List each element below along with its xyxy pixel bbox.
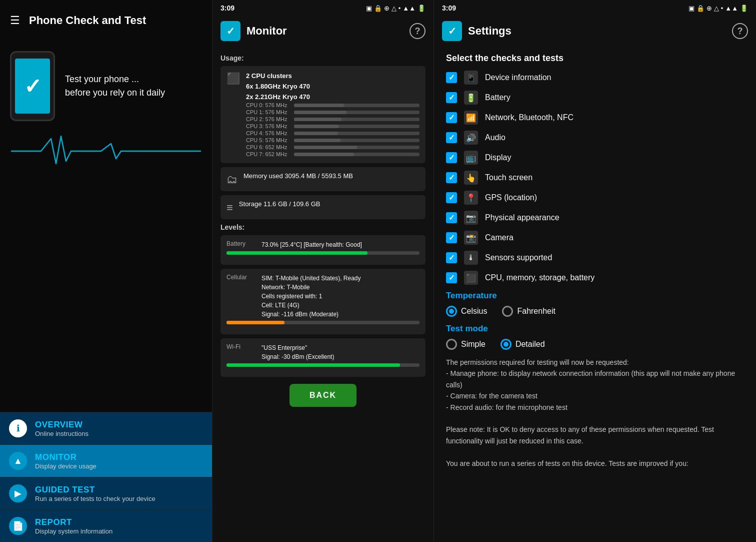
play-icon: ▶: [14, 488, 22, 499]
settings-title: Settings: [468, 25, 512, 38]
celsius-radio[interactable]: [446, 306, 457, 317]
settings-content: Select the checks and tests ✓📱Device inf…: [434, 48, 756, 542]
sim-icon: ▣: [366, 5, 372, 12]
cpu-mem-label: CPU, memory, storage, battery: [485, 273, 594, 282]
cpu-core-bar-bg: [294, 139, 420, 142]
checkmark-icon: ✓: [24, 74, 42, 99]
temperature-radio-group: Celsius Fahrenheit: [446, 306, 744, 317]
cpu-core-row: CPU 2: 576 MHz: [246, 116, 420, 122]
check-item-touch[interactable]: ✓👆Touch screen: [446, 171, 744, 185]
info-icon: ℹ: [16, 423, 20, 434]
nav-item-guided[interactable]: ▶ GUIDED TEST Run a series of tests to c…: [0, 477, 212, 509]
cpu-core-bar: [294, 146, 357, 149]
check-item-cpu-mem[interactable]: ✓⬛CPU, memory, storage, battery: [446, 271, 744, 285]
nav-item-monitor[interactable]: ▲ MONITOR Display device usage: [0, 444, 212, 477]
cpu-line2: 2x 2.21GHz Kryo 470: [246, 92, 420, 103]
fahrenheit-option[interactable]: Fahrenheit: [502, 306, 556, 317]
fahrenheit-label: Fahrenheit: [517, 307, 556, 316]
cellular-val: SIM: T-Mobile (United States), ReadyNetw…: [262, 274, 361, 319]
checkbox-check-sensors: ✓: [448, 253, 455, 262]
checkbox-battery[interactable]: ✓: [446, 92, 457, 103]
check-item-physical[interactable]: ✓📷Physical appearance: [446, 211, 744, 225]
wifi-status-icon-r: ⊕: [706, 5, 712, 12]
gps-label: GPS (location): [485, 193, 537, 202]
report-icon: 📄: [12, 520, 24, 531]
hero-section: ✓ Test your phone ... before you rely on…: [0, 41, 212, 131]
nav-text-report: REPORT Display system information: [35, 517, 112, 535]
simple-radio[interactable]: [446, 339, 457, 350]
dot-icon: •: [398, 5, 401, 12]
cpu-core-bar: [294, 118, 342, 121]
network-label: Network, Bluetooth, NFC: [485, 113, 574, 122]
checkbox-check-battery: ✓: [448, 93, 455, 102]
cpu-core-bar-bg: [294, 153, 420, 156]
memory-text: Memory used 3095.4 MB / 5593.5 MB: [244, 172, 420, 183]
check-item-camera[interactable]: ✓📸Camera: [446, 231, 744, 245]
checkbox-display[interactable]: ✓: [446, 152, 457, 163]
cpu-core-bar: [294, 125, 339, 128]
fahrenheit-radio[interactable]: [502, 306, 513, 317]
nav-item-overview[interactable]: ℹ OVERVIEW Online instructions: [0, 412, 212, 444]
checkbox-physical[interactable]: ✓: [446, 212, 457, 223]
sim-icon-r: ▣: [688, 5, 694, 12]
cpu-core-row: CPU 4: 576 MHz: [246, 130, 420, 136]
storage-icon: ≡: [226, 201, 233, 214]
checkbox-device-info[interactable]: ✓: [446, 72, 457, 83]
cpu-block: ⬛ 2 CPU clusters 6x 1.80GHz Kryo 470 2x …: [220, 66, 426, 163]
pin-icon-r: 🔒: [696, 5, 704, 12]
settings-help-button[interactable]: ?: [732, 23, 748, 39]
monitor-title: Monitor: [246, 25, 287, 38]
checkbox-check-camera: ✓: [448, 233, 455, 242]
device-info-label: Device information: [485, 73, 552, 82]
wifi-val: "USS Enterprise"Signal: -30 dBm (Excelle…: [262, 343, 334, 361]
detailed-radio[interactable]: [500, 339, 512, 350]
checkbox-camera[interactable]: ✓: [446, 232, 457, 243]
audio-icon: 🔊: [464, 131, 478, 145]
check-item-battery[interactable]: ✓🔋Battery: [446, 91, 744, 105]
detailed-radio-inner: [504, 342, 508, 347]
cpu-core-row: CPU 5: 576 MHz: [246, 137, 420, 143]
nav-bottom: ℹ OVERVIEW Online instructions ▲ MONITOR…: [0, 412, 212, 542]
check-item-gps[interactable]: ✓📍GPS (location): [446, 191, 744, 205]
cellular-key: Cellular: [226, 274, 256, 319]
battery-level-header: Battery 73.0% [25.4°C] [Battery health: …: [226, 240, 420, 249]
checkbox-cpu-mem[interactable]: ✓: [446, 272, 457, 283]
checkbox-sensors[interactable]: ✓: [446, 252, 457, 263]
monitor-help-button[interactable]: ?: [410, 23, 426, 39]
hamburger-icon[interactable]: ☰: [10, 14, 20, 27]
wifi-bar-bg: [226, 363, 420, 367]
checkbox-gps[interactable]: ✓: [446, 192, 457, 203]
checkbox-audio[interactable]: ✓: [446, 132, 457, 143]
device-info-icon: 📱: [464, 71, 478, 85]
status-bar-monitor: 3:09 ▣ 🔒 ⊕ △ • ▲▲ 🔋: [212, 0, 434, 16]
celsius-label: Celsius: [461, 307, 487, 316]
checkbox-touch[interactable]: ✓: [446, 172, 457, 183]
battery-icon: 🔋: [464, 91, 478, 105]
check-item-network[interactable]: ✓📶Network, Bluetooth, NFC: [446, 111, 744, 125]
cpu-core-bar: [294, 104, 344, 107]
cpu-core-bar: [294, 139, 340, 142]
monitor-app-icon: ✓: [220, 21, 240, 41]
monitor-icon: ▲: [14, 456, 22, 466]
cellular-level-header: Cellular SIM: T-Mobile (United States), …: [226, 274, 420, 319]
cpu-core-row: CPU 1: 576 MHz: [246, 109, 420, 115]
sensors-icon: 🌡: [464, 251, 478, 265]
back-button[interactable]: BACK: [290, 384, 356, 407]
check-item-audio[interactable]: ✓🔊Audio: [446, 131, 744, 145]
celsius-option[interactable]: Celsius: [446, 306, 487, 317]
nav-item-report[interactable]: 📄 REPORT Display system information: [0, 509, 212, 542]
simple-option[interactable]: Simple: [446, 339, 486, 350]
check-item-device-info[interactable]: ✓📱Device information: [446, 71, 744, 85]
check-item-sensors[interactable]: ✓🌡Sensors supported: [446, 251, 744, 265]
cpu-mem-icon: ⬛: [464, 271, 478, 285]
cpu-icon: ⬛: [226, 72, 240, 85]
checkbox-network[interactable]: ✓: [446, 112, 457, 123]
display-label: Display: [485, 153, 511, 162]
cpu-core-row: CPU 7: 652 MHz: [246, 151, 420, 157]
cpu-core-bar-bg: [294, 132, 420, 135]
signal-icon-r: ▲▲: [725, 5, 738, 12]
check-item-display[interactable]: ✓📺Display: [446, 151, 744, 165]
hero-text: Test your phone ... before you rely on i…: [65, 73, 165, 100]
battery-key: Battery: [226, 240, 256, 249]
detailed-option[interactable]: Detailed: [500, 339, 545, 350]
